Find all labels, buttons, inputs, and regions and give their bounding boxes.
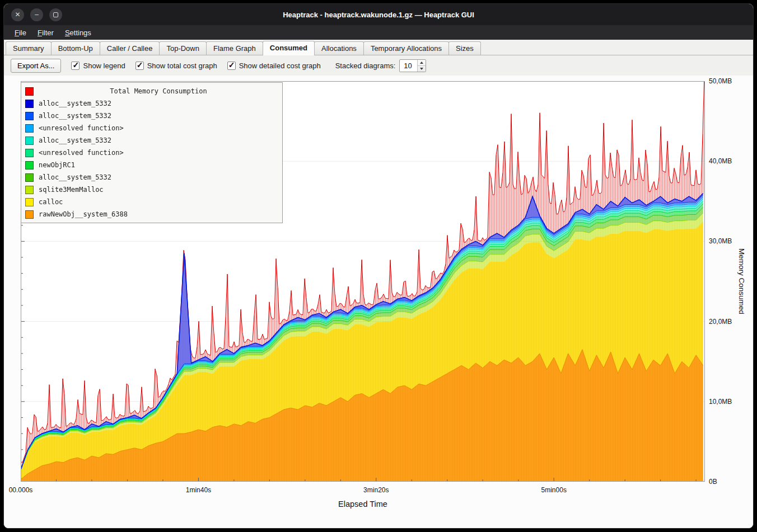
legend-title-row: Total Memory Consumption	[25, 85, 278, 97]
legend-row: alloc__system_5332	[25, 97, 278, 110]
menu-file[interactable]: File	[10, 27, 31, 39]
y-tick-label: 30,0MB	[709, 237, 732, 245]
legend-swatch	[25, 100, 34, 108]
legend-row: newObjRC1	[25, 159, 278, 171]
checkbox-show-total-cost-graph[interactable]: Show total cost graph	[135, 62, 217, 70]
legend-label: sqlite3MemMalloc	[39, 186, 104, 194]
y-tick-label: 20,0MB	[709, 318, 732, 326]
maximize-button[interactable]	[49, 8, 62, 21]
y-tick-label: 0B	[709, 478, 717, 486]
stacked-diagrams-value[interactable]: 10	[400, 60, 417, 72]
x-axis-title: Elapsed Time	[21, 500, 705, 509]
checkbox-label: Show detailed cost graph	[239, 62, 321, 70]
legend-label: calloc	[39, 198, 63, 206]
export-as-button[interactable]: Export As...	[11, 59, 61, 73]
y-tick-label: 50,0MB	[709, 77, 732, 85]
legend-label: <unresolved function>	[39, 124, 124, 132]
legend-swatch	[25, 136, 34, 145]
heaptrack-window: ✕– Heaptrack - heaptrack.wakunode.1.gz —…	[3, 3, 754, 529]
toolbar: Export As... Show legendShow total cost …	[4, 55, 753, 76]
menu-filter[interactable]: Filter	[32, 27, 59, 39]
tab-temporary-allocations[interactable]: Temporary Allocations	[363, 41, 449, 55]
x-tick-label: 00.000s	[9, 486, 33, 494]
legend-swatch	[25, 112, 34, 120]
legend-swatch	[25, 198, 34, 206]
x-tick-label: 1min40s	[186, 486, 211, 494]
tab-allocations[interactable]: Allocations	[314, 41, 364, 55]
legend-label: alloc__system_5332	[39, 112, 111, 120]
checkbox-show-detailed-cost-graph[interactable]: Show detailed cost graph	[227, 62, 321, 70]
window-title: Heaptrack - heaptrack.wakunode.1.gz — He…	[4, 11, 753, 19]
checkbox-label: Show legend	[83, 62, 125, 70]
legend-label: alloc__system_5332	[39, 173, 111, 181]
legend-label: alloc__system_5332	[39, 100, 111, 107]
checkbox-box[interactable]	[135, 62, 144, 70]
legend-row: calloc	[25, 196, 278, 208]
legend-swatch	[25, 161, 34, 170]
chart-area: Total Memory Consumptionalloc__system_53…	[4, 76, 753, 528]
legend-swatch	[25, 87, 34, 96]
minimize-icon: –	[35, 11, 39, 18]
legend-swatch	[25, 186, 34, 194]
checkbox-group: Show legendShow total cost graphShow det…	[71, 62, 320, 70]
tab-bottom-up[interactable]: Bottom-Up	[51, 41, 100, 55]
stacked-diagrams-label: Stacked diagrams:	[335, 62, 396, 70]
tab-sizes[interactable]: Sizes	[448, 41, 481, 55]
tab-summary[interactable]: Summary	[6, 41, 52, 55]
tab-caller-callee[interactable]: Caller / Callee	[100, 41, 160, 55]
spinner-down-button[interactable]	[418, 65, 426, 72]
window-controls: ✕–	[11, 8, 62, 21]
checkbox-label: Show total cost graph	[147, 62, 217, 70]
legend-row: <unresolved function>	[25, 147, 278, 159]
legend-label: alloc__system_5332	[39, 136, 111, 144]
x-tick-label: 3min20s	[363, 486, 389, 494]
legend-row: alloc__system_5332	[25, 110, 278, 122]
tab-consumed[interactable]: Consumed	[263, 41, 315, 55]
close-button[interactable]: ✕	[11, 8, 24, 21]
tab-bar: SummaryBottom-UpCaller / CalleeTop-DownF…	[4, 40, 753, 55]
legend-row: alloc__system_5332	[25, 171, 278, 183]
titlebar[interactable]: ✕– Heaptrack - heaptrack.wakunode.1.gz —…	[4, 4, 753, 25]
legend-swatch	[25, 149, 34, 157]
menubar: File Filter Settings	[4, 25, 753, 40]
checkbox-box[interactable]	[227, 62, 236, 70]
y-tick-label: 10,0MB	[709, 398, 732, 406]
stacked-diagrams-spinner[interactable]: 10	[399, 59, 426, 72]
tab-flame-graph[interactable]: Flame Graph	[206, 41, 263, 55]
spinner-up-button[interactable]	[418, 60, 426, 65]
minimize-button[interactable]: –	[30, 8, 43, 21]
y-tick-label: 40,0MB	[709, 157, 732, 165]
legend-swatch	[25, 124, 34, 133]
legend-title: Total Memory Consumption	[39, 87, 278, 95]
checkbox-box[interactable]	[71, 62, 80, 70]
checkbox-show-legend[interactable]: Show legend	[71, 62, 125, 70]
maximize-icon	[53, 12, 58, 17]
legend-swatch	[25, 173, 34, 182]
legend-label: <unresolved function>	[39, 149, 124, 157]
close-icon: ✕	[15, 11, 20, 18]
menu-settings[interactable]: Settings	[60, 27, 96, 39]
tab-top-down[interactable]: Top-Down	[159, 41, 207, 55]
chevron-down-icon	[420, 68, 423, 70]
legend-label: rawNewObj__system_6388	[39, 210, 128, 218]
x-tick-label: 5min00s	[541, 486, 567, 494]
chart-legend: Total Memory Consumptionalloc__system_53…	[21, 82, 283, 223]
legend-label: newObjRC1	[39, 161, 75, 169]
legend-row: rawNewObj__system_6388	[25, 208, 278, 220]
y-axis-title: Memory Consumed	[737, 81, 746, 482]
legend-row: alloc__system_5332	[25, 134, 278, 147]
legend-row: <unresolved function>	[25, 122, 278, 134]
stacked-diagrams-group: Stacked diagrams: 10	[335, 59, 427, 72]
legend-row: sqlite3MemMalloc	[25, 183, 278, 196]
chevron-up-icon	[420, 62, 423, 64]
spinner-arrows	[417, 60, 426, 72]
legend-swatch	[25, 210, 34, 219]
